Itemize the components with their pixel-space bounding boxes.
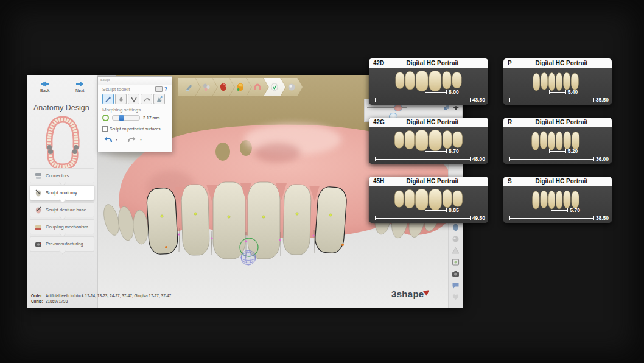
back-button[interactable]: Back (27, 75, 63, 99)
tooth-width-ruler: 5.40 (549, 89, 578, 95)
card-title: Digital HC Portrait (393, 178, 488, 185)
card-id: P (503, 60, 527, 66)
screenshot-icon[interactable] (452, 258, 460, 266)
morph-slider[interactable] (112, 115, 140, 121)
card-title: Digital HC Portrait (393, 119, 488, 125)
morph-icon (156, 96, 163, 103)
tooth-icon[interactable] (452, 224, 460, 231)
arch-overview[interactable] (27, 113, 97, 172)
pink-tooth-knob[interactable] (394, 104, 402, 111)
sidebar-item-sculpt-denture-base[interactable]: Sculpt denture base (30, 202, 94, 217)
order-label: Order: (31, 294, 43, 298)
card-id: 42D (369, 60, 393, 66)
reset-morph-icon[interactable] (102, 115, 109, 121)
protected-surfaces-checkbox[interactable] (102, 126, 108, 132)
orange-anatomy-icon (236, 83, 245, 91)
page-title: Anatomy Design (27, 99, 97, 113)
finalize-sphere-icon (287, 83, 296, 91)
card-title: Digital HC Portrait (527, 178, 612, 185)
tooth-width-ruler: 8.70 (425, 148, 459, 154)
mold-icon[interactable] (452, 104, 460, 111)
dental-arch-diagram-icon (33, 113, 92, 169)
tooth-card-R[interactable]: RDigital HC Portrait 5.20 36.00 (503, 118, 612, 164)
step-label: Coupling mechanism (46, 224, 88, 230)
next-label: Next (75, 88, 84, 93)
sidebar-item-coupling-mechanism[interactable]: Coupling mechanism (30, 219, 94, 234)
wizard-nav: Back Next (27, 75, 97, 99)
set-width-ruler: 43.50 (375, 97, 485, 103)
sidebar: Back Next Anatomy Design (27, 75, 98, 308)
tooth-width-ruler: 5.20 (549, 148, 578, 154)
carve-icon (130, 96, 138, 103)
undo-icon[interactable] (102, 135, 113, 143)
tooth-card-P[interactable]: PDigital HC Portrait 5.40 35.50 (503, 58, 612, 105)
card-id: R (503, 119, 527, 125)
tooth-card-42D[interactable]: 42DDigital HC Portrait 8.00 43.50 (369, 58, 488, 105)
smooth-tool[interactable] (141, 94, 152, 104)
card-title: Digital HC Portrait (527, 119, 612, 125)
sculpt-panel: Sculpt Sculpt toolkit ? (97, 76, 172, 152)
shade-slider-upper[interactable] (367, 107, 407, 108)
card-id: 42G (369, 119, 393, 125)
sculpt-tools (102, 94, 167, 104)
heart-icon[interactable] (452, 293, 460, 301)
undo-dropdown-icon[interactable]: ▼ (115, 138, 118, 141)
morphing-settings-heading: Morphing settings (102, 107, 167, 113)
step-label: Pre-manufacturing (46, 241, 83, 247)
smooth-icon (143, 96, 150, 103)
set-width-ruler: 38.50 (509, 215, 609, 221)
sculpt-toolkit-heading: Sculpt toolkit (102, 86, 130, 92)
add-wax-icon (117, 96, 125, 103)
sculpt-panel-title[interactable]: Sculpt (98, 77, 172, 85)
clinic-label: Clinic: (31, 299, 43, 303)
order-info: Order:Artificial teeth in block 17-14, 1… (31, 293, 171, 304)
sidebar-item-pre-manufacturing[interactable]: Pre-manufacturing (30, 236, 94, 252)
step-label: Sculpt denture base (46, 207, 86, 213)
tooth-card-S[interactable]: SDigital HC Portrait 5.70 38.50 (503, 177, 612, 223)
clinic-value: 2166971793 (46, 299, 68, 303)
next-button[interactable]: Next (63, 75, 98, 99)
sculpt-check-icon (270, 83, 279, 91)
add-wax-tool[interactable] (115, 94, 127, 104)
tooth-width-ruler: 5.70 (551, 207, 580, 213)
snapshot-icon[interactable] (155, 86, 163, 92)
tooth-card-42G[interactable]: 42GDigital HC Portrait 8.70 48.00 (369, 118, 488, 164)
sidebar-item-sculpt-anatomy[interactable]: Sculpt anatomy (30, 185, 94, 200)
redo-icon[interactable] (127, 135, 138, 143)
segmented-teeth-icon (202, 83, 211, 91)
sculpt-anatomy-icon (34, 189, 43, 197)
tooth-width-ruler: 8.00 (425, 89, 459, 95)
morph-slider-handle[interactable] (119, 115, 124, 121)
connectors-icon (34, 172, 43, 180)
sidebar-item-connectors[interactable]: Connectors (30, 168, 94, 183)
morph-tool[interactable] (153, 94, 165, 104)
workflow-steps: Connectors Sculpt anatomy Sculpt denture… (30, 168, 94, 253)
set-width-ruler: 48.00 (375, 156, 485, 162)
sphere-icon[interactable] (452, 235, 460, 243)
camera-icon[interactable] (452, 270, 460, 278)
card-title: Digital HC Portrait (393, 60, 488, 66)
pre-manufacturing-icon (34, 240, 43, 248)
set-width-ruler: 49.50 (375, 215, 485, 221)
morph-value: 2.17 mm (143, 116, 159, 120)
sculpt-denture-base-icon (34, 206, 43, 214)
workflow-toolbar (178, 78, 298, 96)
prism-icon[interactable] (452, 247, 460, 255)
shade-slider-lower[interactable] (367, 116, 407, 116)
carve-tool[interactable] (128, 94, 139, 104)
wax-knife-tool[interactable] (102, 94, 114, 104)
tooth-card-45H[interactable]: 45HDigital HC Portrait 8.85 49.50 (369, 177, 488, 223)
card-id: S (503, 178, 527, 185)
library-pair-icon[interactable] (443, 104, 450, 111)
card-id: 45H (369, 178, 393, 185)
protected-surfaces-label: Sculpt on protected surfaces (110, 127, 161, 131)
gingiva-arch-icon (253, 83, 262, 91)
coupling-mechanism-icon (34, 223, 43, 231)
help-icon[interactable]: ? (164, 86, 167, 92)
set-width-ruler: 35.50 (509, 97, 609, 103)
tooth-width-ruler: 8.85 (425, 207, 459, 213)
next-arrow-icon (75, 81, 84, 87)
chat-bubble-icon[interactable] (452, 281, 460, 289)
redo-dropdown-icon[interactable]: ▼ (139, 138, 142, 141)
back-arrow-icon (41, 81, 49, 87)
